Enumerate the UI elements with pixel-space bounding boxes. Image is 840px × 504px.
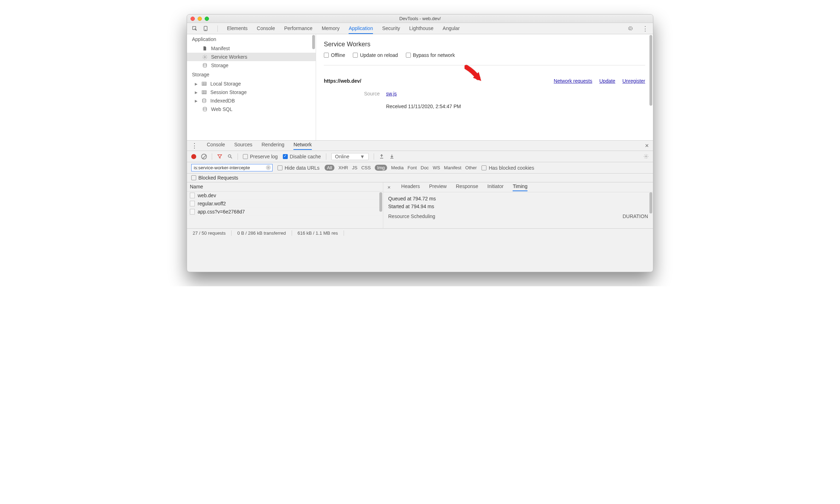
blocked-requests-row: Blocked Requests — [187, 174, 653, 182]
detail-close-icon[interactable]: × — [387, 184, 391, 190]
chevron-right-icon: ▶ — [195, 90, 198, 94]
drawer-close-icon[interactable]: × — [645, 142, 649, 150]
sidebar-item-service-workers[interactable]: Service Workers — [187, 53, 316, 61]
preserve-log-checkbox[interactable]: Preserve log — [243, 154, 278, 159]
drawer-tab-rendering[interactable]: Rendering — [262, 142, 285, 150]
gear-icon — [202, 54, 208, 60]
timing-started: Started at 794.94 ms — [388, 204, 648, 209]
filter-type-other[interactable]: Other — [465, 165, 477, 170]
svg-point-17 — [228, 155, 231, 158]
sw-network-requests-link[interactable]: Network requests — [554, 78, 592, 84]
application-content: Service Workers Offline Update on reload… — [316, 34, 653, 140]
request-scrollbar[interactable] — [379, 192, 382, 212]
filter-icon[interactable] — [217, 154, 222, 159]
chevron-right-icon: ▶ — [195, 82, 198, 86]
clear-button[interactable] — [201, 154, 207, 159]
grid-icon — [201, 82, 207, 86]
inspect-icon[interactable] — [192, 26, 197, 31]
titlebar: DevTools - web.dev/ — [187, 14, 653, 23]
sw-source-link[interactable]: sw.js — [386, 91, 397, 96]
chevron-right-icon: ▶ — [195, 99, 198, 103]
record-button[interactable] — [191, 154, 196, 159]
sidebar-scrollbar[interactable] — [312, 35, 315, 137]
sw-update-link[interactable]: Update — [599, 78, 615, 84]
has-blocked-cookies-checkbox[interactable]: Has blocked cookies — [482, 165, 534, 171]
request-row[interactable]: web.dev — [187, 192, 383, 200]
filter-type-xhr[interactable]: XHR — [338, 165, 348, 170]
sidebar-item-indexeddb[interactable]: ▶IndexedDB — [187, 96, 316, 105]
network-settings-icon[interactable] — [643, 154, 649, 159]
filter-type-all[interactable]: All — [325, 165, 334, 171]
status-resources: 616 kB / 1.1 MB res — [292, 230, 344, 236]
status-requests: 27 / 50 requests — [187, 230, 232, 236]
filter-type-js[interactable]: JS — [352, 165, 357, 170]
blocked-requests-checkbox[interactable]: Blocked Requests — [191, 175, 238, 181]
sidebar-section-application: Application — [187, 34, 316, 44]
file-icon — [190, 201, 195, 206]
detail-scrollbar[interactable] — [649, 192, 652, 213]
sidebar-item-manifest[interactable]: Manifest — [187, 44, 316, 53]
hide-data-urls-checkbox[interactable]: Hide data URLs — [278, 165, 320, 171]
drawer-tab-sources[interactable]: Sources — [234, 142, 252, 150]
device-toggle-icon[interactable] — [203, 26, 208, 31]
filter-type-ws[interactable]: WS — [433, 165, 440, 170]
upload-har-icon[interactable] — [379, 154, 384, 159]
offline-checkbox[interactable]: Offline — [324, 52, 345, 58]
svg-rect-10 — [202, 90, 206, 94]
grid-icon — [201, 90, 207, 94]
search-icon[interactable] — [227, 154, 233, 159]
top-tab-elements[interactable]: Elements — [227, 23, 247, 34]
request-name-header[interactable]: Name — [187, 182, 383, 192]
download-har-icon[interactable] — [389, 154, 395, 159]
sw-unregister-link[interactable]: Unregister — [622, 78, 645, 84]
request-row[interactable]: app.css?v=6e2768d7 — [187, 208, 383, 216]
filter-type-media[interactable]: Media — [391, 165, 403, 170]
filter-type-manifest[interactable]: Manifest — [444, 165, 461, 170]
top-tab-console[interactable]: Console — [257, 23, 275, 34]
update-on-reload-checkbox[interactable]: Update on reload — [353, 52, 398, 58]
network-filter-row: is:service-worker-intercepte × Hide data… — [187, 162, 653, 174]
network-toolbar: Preserve log Disable cache Online▼ — [187, 151, 653, 162]
top-tab-security[interactable]: Security — [382, 23, 400, 34]
sidebar-item-session-storage[interactable]: ▶Session Storage — [187, 88, 316, 96]
database-icon — [202, 107, 208, 112]
filter-type-doc[interactable]: Doc — [421, 165, 429, 170]
drawer-tab-console[interactable]: Console — [207, 142, 225, 150]
database-icon — [201, 98, 207, 104]
svg-point-16 — [203, 107, 206, 109]
filter-clear-icon[interactable]: × — [266, 165, 271, 170]
detail-tab-timing[interactable]: Timing — [513, 183, 527, 191]
svg-line-18 — [231, 157, 232, 158]
drawer-more-icon[interactable]: ⋮ — [191, 142, 198, 150]
filter-type-font[interactable]: Font — [408, 165, 417, 170]
top-tab-angular[interactable]: Angular — [443, 23, 460, 34]
detail-tab-headers[interactable]: Headers — [401, 183, 420, 191]
detail-tab-response[interactable]: Response — [456, 183, 478, 191]
filter-type-css[interactable]: CSS — [361, 165, 371, 170]
sidebar-item-web-sql[interactable]: Web SQL — [187, 105, 316, 113]
more-menu-icon[interactable]: ⋮ — [642, 25, 648, 33]
sw-heading: Service Workers — [324, 41, 645, 48]
request-list: Name web.devregular.woff2app.css?v=6e276… — [187, 182, 383, 228]
detail-tab-initiator[interactable]: Initiator — [488, 183, 504, 191]
top-tab-memory[interactable]: Memory — [322, 23, 340, 34]
detail-tab-preview[interactable]: Preview — [429, 183, 447, 191]
request-row[interactable]: regular.woff2 — [187, 200, 383, 208]
top-tab-performance[interactable]: Performance — [284, 23, 313, 34]
top-tab-lighthouse[interactable]: Lighthouse — [409, 23, 434, 34]
bypass-network-checkbox[interactable]: Bypass for network — [406, 52, 455, 58]
filter-type-img[interactable]: Img — [375, 165, 387, 171]
throttle-select[interactable]: Online▼ — [331, 153, 369, 160]
sidebar-item-local-storage[interactable]: ▶Local Storage — [187, 80, 316, 88]
timing-queued: Queued at 794.72 ms — [388, 196, 648, 201]
sidebar-item-storage[interactable]: Storage — [187, 61, 316, 70]
drawer-tabs: ⋮ ConsoleSourcesRenderingNetwork × — [187, 140, 653, 151]
request-detail: × HeadersPreviewResponseInitiatorTiming … — [383, 182, 653, 228]
drawer-tab-network[interactable]: Network — [293, 142, 311, 150]
content-scrollbar[interactable] — [649, 35, 652, 137]
document-icon — [202, 46, 208, 51]
top-tab-application[interactable]: Application — [349, 23, 373, 34]
filter-input[interactable]: is:service-worker-intercepte × — [191, 164, 273, 171]
disable-cache-checkbox[interactable]: Disable cache — [283, 154, 321, 159]
settings-gear-icon[interactable] — [628, 26, 633, 31]
